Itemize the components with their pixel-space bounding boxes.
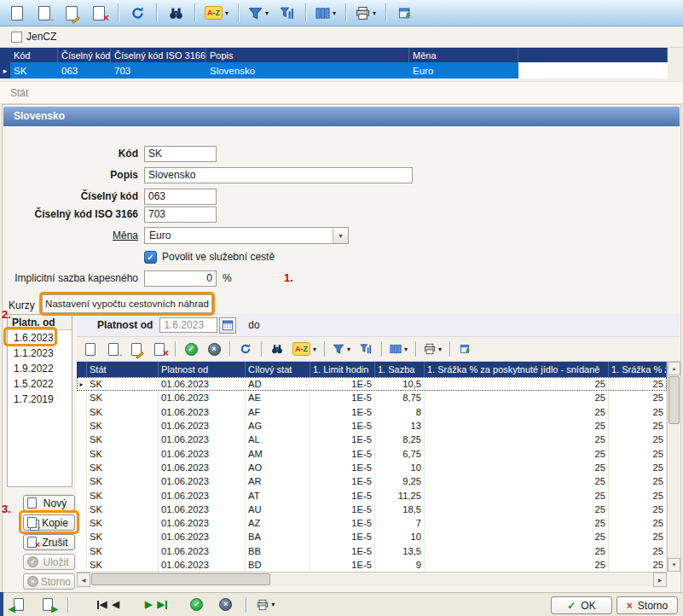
footer-confirm-button[interactable]: ✓ [185, 594, 209, 615]
footer-print-button[interactable]: ▾ [254, 594, 278, 615]
storno-button[interactable]: × Storno [616, 596, 678, 614]
rates-grid-row[interactable]: SK01.06.2023AO1E-5102525 [77, 461, 667, 474]
kapesne-field[interactable] [144, 270, 217, 287]
rates-grid-row[interactable]: SK01.06.2023BA1E-5102525 [77, 530, 667, 543]
edit-record-button[interactable] [60, 3, 84, 24]
scroll-up-button[interactable]: ▲ [668, 362, 680, 375]
footer-cancel-button[interactable]: × [214, 594, 238, 615]
refresh-button[interactable] [125, 3, 149, 24]
refresh-rates-button[interactable] [235, 340, 256, 358]
goto-card-button[interactable]: ▶ [36, 594, 60, 615]
export-button[interactable] [393, 3, 417, 24]
column-header[interactable]: Stát [87, 362, 159, 377]
period-item[interactable]: 1.6.2023 [8, 330, 72, 346]
column-header[interactable]: Číselný kód ISO 3166 [111, 48, 206, 62]
filter-settings-rates-button[interactable] [356, 340, 376, 358]
search-button[interactable] [164, 3, 188, 24]
mena-combobox[interactable]: Euro ▾ [144, 227, 349, 244]
period-item[interactable]: 1.9.2022 [8, 361, 72, 376]
export-rates-button[interactable] [455, 340, 476, 358]
column-header[interactable]: 1. Limit hodin [310, 362, 375, 377]
rates-grid-row[interactable]: SK01.06.2023AF1E-582525 [77, 405, 667, 419]
povolit-checkbox[interactable]: ✓ [144, 251, 157, 264]
vertical-scrollbar[interactable]: ▲ ▼ [667, 362, 680, 572]
rates-grid-row[interactable]: SK01.06.2023AT1E-511,252525 [77, 488, 667, 502]
scroll-down-button[interactable]: ▼ [668, 558, 680, 572]
rates-grid-row[interactable]: SK01.06.2023AM1E-56,752525 [77, 446, 667, 460]
filter-button[interactable]: ▾ [246, 3, 271, 24]
column-header[interactable]: Kód [10, 48, 58, 62]
nahrady-settings-button[interactable]: Nastavení vypočtu cestovních náhrad [42, 294, 212, 313]
calendar-button[interactable] [219, 317, 236, 334]
open-record-button[interactable]: → [32, 3, 56, 24]
rates-grid-row[interactable]: SK01.06.2023AE1E-58,752525 [77, 391, 667, 404]
delete-rate-button[interactable]: × [149, 340, 170, 358]
iso-field[interactable] [144, 206, 217, 223]
ciselny-kod-field[interactable] [144, 189, 217, 205]
open-rate-button[interactable]: → [103, 340, 124, 358]
first-record-button[interactable]: ◀ [96, 599, 107, 610]
filter-settings-button[interactable] [275, 3, 298, 24]
rates-grid-row[interactable]: SK01.06.2023AZ1E-572525 [77, 516, 667, 530]
rates-grid-cell: 25 [425, 488, 609, 502]
column-header[interactable]: 1. Srážka % za pos [609, 362, 667, 377]
sort-az-button[interactable]: A-Z ▾ [202, 3, 231, 24]
rates-grid-row[interactable]: SK01.06.2023AG1E-5132525 [77, 419, 667, 433]
rates-grid-row[interactable]: SK01.06.2023AU1E-518,52525 [77, 503, 667, 516]
column-header[interactable]: 1. Srážka % za poskytnuté jídlo - snídan… [425, 362, 609, 377]
new-rate-button[interactable] [80, 340, 101, 358]
print-button[interactable]: ▾ [353, 3, 379, 24]
rates-grid-row[interactable]: SK01.06.2023AL1E-58,252525 [77, 433, 667, 446]
kod-field[interactable] [144, 146, 217, 162]
jencz-checkbox[interactable] [11, 32, 22, 43]
delete-record-button[interactable]: × [87, 3, 111, 24]
last-record-button[interactable]: ▶ [157, 599, 167, 610]
scrollbar-thumb[interactable] [91, 573, 270, 585]
column-header[interactable]: Měna [409, 48, 518, 62]
column-header[interactable]: Popis [206, 48, 409, 62]
confirm-button[interactable]: ✓ [181, 340, 201, 358]
horizontal-scrollbar[interactable]: ◀ ▶ [77, 572, 667, 586]
column-header[interactable]: Číselný kód [58, 48, 111, 62]
green-arrow-icon: → [33, 522, 42, 531]
rates-grid-row[interactable]: ▸SK01.06.2023AD1E-510,52525 [77, 377, 667, 391]
arrow-left-icon: ◀ [100, 599, 107, 610]
column-header[interactable]: 1. Sazba [375, 362, 425, 377]
cancel-button[interactable]: × [204, 340, 224, 358]
mena-link-label[interactable]: Měna [0, 230, 138, 241]
print-rates-button[interactable]: ▾ [421, 340, 444, 358]
sort-az-rates-button[interactable]: A-Z ▾ [290, 340, 319, 358]
rates-grid-row[interactable]: SK01.06.2023BD1E-592525 [77, 558, 667, 572]
scroll-right-button[interactable]: ▶ [653, 572, 667, 587]
columns-rates-button[interactable]: ▾ [387, 340, 410, 358]
periods-list-header[interactable]: Platn. od [8, 315, 72, 330]
rates-grid-cell: 7 [375, 516, 425, 530]
new-record-button[interactable] [5, 3, 29, 24]
next-record-button[interactable]: ▶ [145, 599, 152, 610]
filter-rates-button[interactable]: ▾ [330, 340, 353, 358]
zrusit-button[interactable]: × Zrušit [23, 534, 75, 550]
column-header[interactable]: Cílový stat [246, 362, 310, 377]
kurzy-tab-label[interactable]: Kurzy [9, 299, 35, 311]
countries-grid-selected-row[interactable]: ▸ SK 063 703 Slovensko Euro [0, 62, 668, 78]
ok-button[interactable]: ✓ OK [551, 596, 612, 614]
scrollbar-thumb[interactable] [669, 376, 680, 424]
search-rates-button[interactable] [267, 340, 287, 358]
period-item[interactable]: 1.1.2023 [8, 346, 72, 361]
popis-field[interactable] [144, 167, 413, 183]
column-header[interactable]: Platnost od [159, 362, 246, 377]
columns-button[interactable]: ▾ [313, 3, 339, 24]
kopie-button[interactable]: → Kopie [23, 514, 75, 531]
edit-rate-button[interactable] [126, 340, 147, 358]
rates-grid-row[interactable]: SK01.06.2023BB1E-513,52525 [77, 544, 667, 558]
period-item[interactable]: 1.7.2019 [8, 392, 72, 407]
rates-grid-row[interactable]: SK01.06.2023AR1E-59,252525 [77, 474, 667, 488]
platnost-od-field[interactable] [159, 317, 217, 333]
goto-list-button[interactable]: ◀ [7, 594, 31, 615]
novy-button[interactable]: Nový [23, 495, 75, 511]
rates-grid-cell: 01.06.2023 [159, 503, 246, 516]
period-item[interactable]: 1.5.2022 [8, 376, 72, 392]
scroll-left-button[interactable]: ◀ [77, 572, 90, 587]
previous-record-button[interactable]: ◀ [112, 599, 119, 610]
combo-dropdown-button[interactable]: ▾ [333, 228, 348, 243]
